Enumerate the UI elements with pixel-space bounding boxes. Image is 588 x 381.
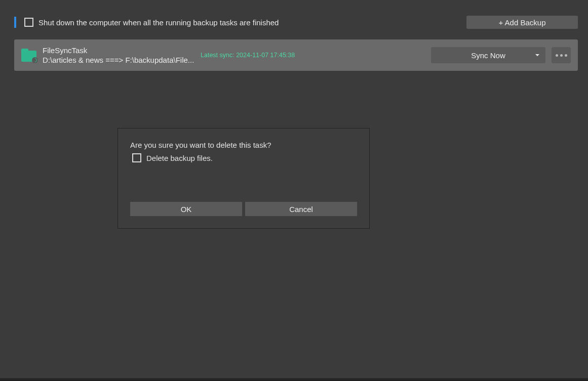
sync-now-label: Sync Now — [471, 51, 505, 60]
add-backup-button[interactable]: + Add Backup — [466, 16, 578, 29]
dialog-buttons: OK Cancel — [130, 202, 357, 216]
shutdown-checkbox[interactable] — [24, 18, 33, 27]
folder-sync-icon — [21, 49, 36, 62]
task-latest-sync: Latest sync: 2024-11-07 17:45:38 — [201, 52, 425, 59]
dots-icon — [556, 54, 558, 57]
accent-bar — [14, 17, 16, 28]
bottom-shadow — [0, 378, 588, 381]
task-path: D:\articles & news ===> F:\backupdata\Fi… — [43, 55, 194, 65]
task-name: FileSyncTask — [43, 46, 194, 56]
task-info: FileSyncTask D:\articles & news ===> F:\… — [43, 46, 194, 65]
more-options-button[interactable] — [552, 47, 571, 63]
dots-icon — [560, 54, 563, 57]
dialog-message: Are you sure you want to delete this tas… — [130, 141, 357, 149]
sync-now-dropdown[interactable]: Sync Now — [431, 47, 545, 63]
ok-button[interactable]: OK — [130, 202, 242, 216]
task-row[interactable]: FileSyncTask D:\articles & news ===> F:\… — [14, 39, 578, 71]
shutdown-label: Shut down the computer when all the runn… — [38, 18, 466, 27]
delete-task-dialog: Are you sure you want to delete this tas… — [117, 128, 370, 229]
delete-files-checkbox[interactable] — [132, 153, 141, 162]
cancel-button[interactable]: Cancel — [245, 202, 357, 216]
topbar: Shut down the computer when all the runn… — [14, 16, 578, 28]
dots-icon — [565, 54, 567, 57]
delete-files-label: Delete backup files. — [146, 154, 213, 162]
chevron-down-icon — [535, 54, 539, 56]
delete-files-row: Delete backup files. — [130, 153, 357, 162]
